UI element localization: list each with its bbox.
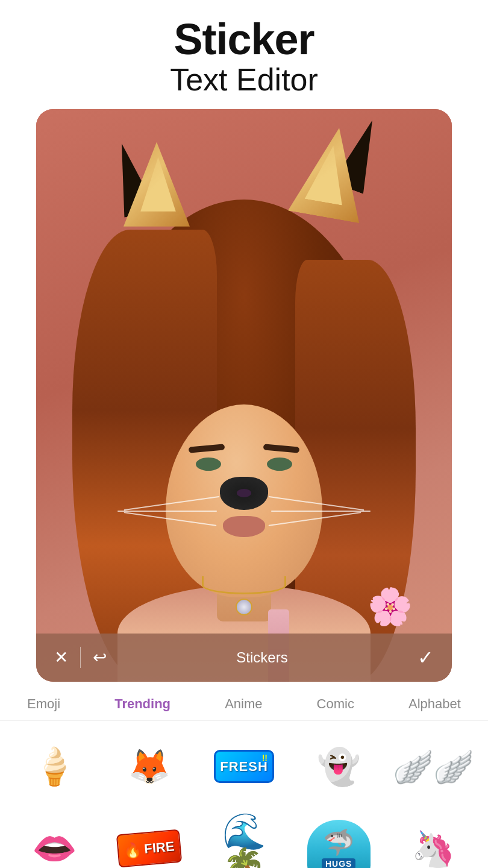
category-emoji[interactable]: Emoji [22, 694, 65, 714]
sticker-fire-badge[interactable]: FIRE [107, 813, 192, 868]
whisker-right-2 [271, 511, 371, 512]
close-button[interactable]: ✕ [54, 647, 68, 667]
lips [223, 516, 265, 537]
sticker-fox-filter[interactable]: 🦊 [107, 731, 192, 803]
photo-canvas[interactable] [36, 109, 452, 682]
eye-left [196, 458, 221, 471]
flower-sticker [368, 585, 416, 634]
animal-snout [220, 477, 268, 510]
sticker-ghost[interactable]: 👻 [296, 731, 381, 803]
confirm-button[interactable]: ✓ [418, 646, 434, 669]
toolbar-divider [80, 647, 81, 668]
category-alphabet[interactable]: Alphabet [404, 694, 466, 714]
whisker-left-2 [117, 511, 217, 512]
sticker-categories: Emoji Trending Anime Comic Alphabet [0, 682, 488, 721]
sticker-shark-hugs[interactable]: HUGS [296, 813, 381, 868]
category-comic[interactable]: Comic [312, 694, 359, 714]
sticker-grid: 🍦 🦊 FRESH 👻 🪽🪽 👄 FIRE 🌊🌴 HUGS 🦄 [0, 721, 488, 868]
sticker-fresh[interactable]: FRESH [201, 731, 286, 803]
sticker-wave-palm[interactable]: 🌊🌴 [201, 813, 286, 868]
app-header: Sticker Text Editor [170, 0, 318, 109]
title-line2: Text Editor [170, 63, 318, 97]
title-line1: Sticker [170, 17, 318, 63]
editor-toolbar: ✕ ↩ Stickers ✓ [36, 634, 452, 682]
sticker-unicorn[interactable]: 🦄 [391, 813, 476, 868]
eye-right [267, 458, 292, 471]
undo-button[interactable]: ↩ [93, 647, 107, 667]
necklace-pendant [236, 599, 252, 615]
sticker-icecream[interactable]: 🍦 [12, 731, 97, 803]
image-editor[interactable]: ✕ ↩ Stickers ✓ [36, 109, 452, 682]
necklace-chain [202, 576, 286, 594]
category-anime[interactable]: Anime [220, 694, 267, 714]
category-trending[interactable]: Trending [110, 694, 175, 714]
sticker-lips[interactable]: 👄 [12, 813, 97, 868]
sticker-wings[interactable]: 🪽🪽 [391, 731, 476, 803]
toolbar-center-label: Stickers [107, 649, 418, 666]
toolbar-left-controls: ✕ ↩ [54, 647, 107, 668]
